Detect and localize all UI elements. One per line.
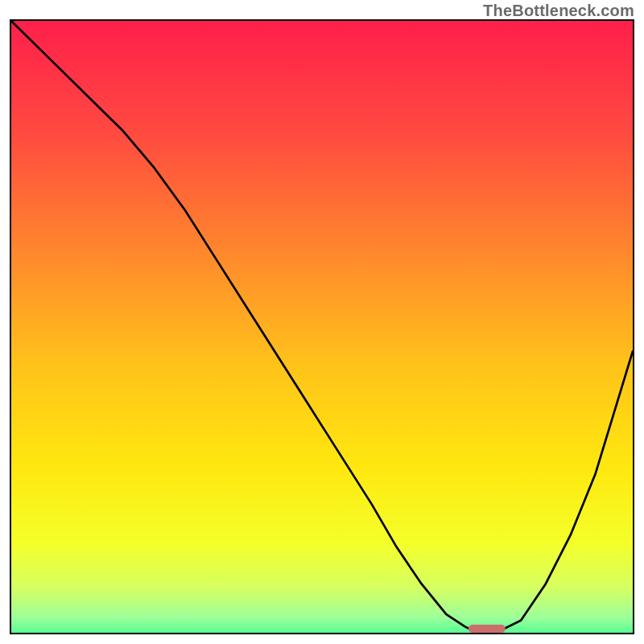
watermark-text: TheBottleneck.com [483,2,634,20]
chart-container: TheBottleneck.com [0,0,644,644]
plot-area [10,19,634,634]
optimal-marker [468,625,505,633]
bottleneck-curve [11,21,633,633]
